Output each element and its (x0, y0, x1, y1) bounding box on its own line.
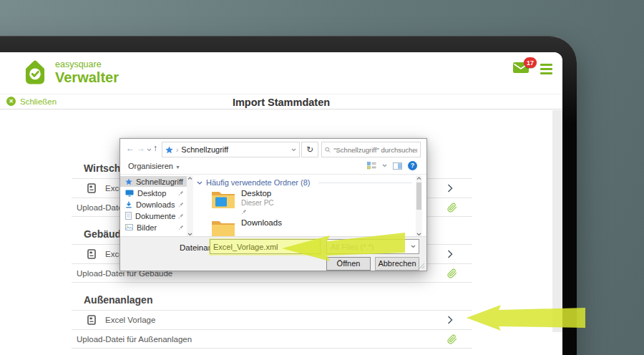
cancel-button[interactable]: Abbrechen (375, 257, 419, 271)
filename-dropdown-icon[interactable] (315, 245, 317, 248)
excel-template-row[interactable]: Excel Vorlage (72, 310, 472, 329)
scroll-up-icon[interactable] (187, 177, 192, 180)
breadcrumb-location: Schnellzugriff (181, 145, 288, 154)
refresh-button[interactable]: ↻ (301, 142, 318, 157)
mail-badge: 17 (524, 57, 537, 68)
resize-grip[interactable] (419, 263, 425, 269)
scrollbar-thumb[interactable] (416, 183, 421, 210)
close-label: Schließen (20, 97, 57, 106)
address-dropdown-icon[interactable] (291, 148, 296, 152)
history-chevron-icon[interactable] (147, 148, 152, 152)
pin-icon (178, 225, 184, 230)
app-window: easysquare Verwalter 17 (0, 52, 562, 355)
dialog-file-list: Häufig verwendete Ordner (8) Desktop Die… (197, 175, 412, 238)
menu-button[interactable] (540, 64, 552, 77)
app-header: easysquare Verwalter 17 (0, 52, 562, 94)
section-aussenanlagen: Außenanlagen Excel Vorlage (72, 294, 472, 349)
monitor-bezel: easysquare Verwalter 17 (0, 36, 577, 355)
search-icon (325, 147, 331, 153)
sidebar-item-schnellzugriff[interactable]: Schnellzugriff (120, 176, 187, 187)
up-icon[interactable]: ↑ (153, 143, 157, 153)
document-icon (87, 183, 96, 193)
pictures-icon (125, 224, 133, 230)
house-check-icon (21, 59, 49, 86)
quick-access-star-icon (125, 178, 132, 185)
subheader-bar: ✕ Schließen Import Stammdaten (0, 94, 562, 110)
back-icon[interactable]: ← (126, 143, 135, 153)
filename-input[interactable] (210, 243, 315, 251)
row-label: Upload-Datei für Außenanlagen (77, 335, 192, 344)
scroll-up-icon[interactable] (416, 177, 421, 180)
paperclip-icon[interactable] (447, 268, 457, 278)
collapse-chevron-icon (197, 181, 203, 185)
row-label: Excel Vorlage (105, 316, 155, 324)
filetype-combobox[interactable]: All Files (*.*) (326, 239, 419, 254)
address-bar[interactable]: › Schnellzugriff (162, 142, 300, 157)
paperclip-icon[interactable] (447, 203, 457, 213)
desktop-background: easysquare Verwalter 17 (0, 0, 644, 355)
pin-icon (178, 190, 184, 196)
file-list-scrollbar[interactable] (416, 175, 422, 238)
chevron-right-icon (447, 250, 453, 258)
folder-item-desktop[interactable]: Desktop Dieser PC (211, 189, 274, 216)
quick-access-star-icon (165, 146, 173, 154)
brand-name: easysquare (55, 60, 119, 69)
filetype-value: All Files (*.*) (327, 243, 411, 251)
document-icon (87, 249, 96, 259)
page-title: Import Stammdaten (233, 97, 330, 108)
view-details-icon[interactable] (367, 162, 376, 170)
file-open-dialog: ← → ↑ › Schnellzugriff ↻ (119, 138, 427, 271)
close-icon: ✕ (6, 97, 16, 106)
sidebar-item-desktop[interactable]: Desktop (120, 188, 187, 198)
documents-icon (125, 212, 132, 220)
section-title: Außenanlagen (72, 294, 472, 310)
sidebar-item-downloads[interactable]: Downloads (120, 199, 187, 210)
filename-combobox[interactable] (210, 239, 321, 254)
chevron-right-icon (447, 184, 453, 193)
download-icon (125, 201, 132, 208)
brand-logo: easysquare Verwalter (21, 59, 119, 86)
pin-icon (178, 202, 184, 208)
folder-desktop-icon (211, 189, 235, 210)
sidebar-item-dokumente[interactable]: Dokumente (120, 210, 187, 221)
folder-group-header[interactable]: Häufig verwendete Ordner (8) (197, 178, 412, 187)
breadcrumb-separator: › (176, 146, 178, 154)
forward-icon[interactable]: → (137, 143, 145, 153)
pin-icon (241, 209, 247, 215)
filetype-dropdown-icon[interactable] (411, 245, 416, 248)
mail-button[interactable]: 17 (513, 62, 529, 76)
preview-pane-icon[interactable] (393, 162, 402, 170)
paperclip-icon[interactable] (447, 334, 457, 344)
open-button[interactable]: Öffnen (326, 257, 371, 271)
sidebar-item-bilder[interactable]: Bilder (120, 222, 187, 233)
dialog-sidebar: Schnellzugriff Desktop (120, 175, 192, 238)
close-button[interactable]: ✕ Schließen (6, 97, 57, 106)
desktop-icon (125, 190, 134, 197)
sidebar-scrollbar[interactable] (187, 175, 193, 238)
organize-menu-button[interactable]: Organisieren ▼ (128, 162, 180, 170)
search-input[interactable] (333, 146, 417, 154)
help-icon[interactable]: ? (408, 161, 417, 170)
page-scrollbar-track[interactable] (552, 110, 562, 332)
pin-icon (178, 213, 184, 219)
product-name: Verwalter (55, 70, 119, 84)
upload-file-row[interactable]: Upload-Datei für Außenanlagen (72, 329, 472, 349)
document-icon (87, 315, 96, 325)
chevron-right-icon (447, 316, 453, 324)
search-box[interactable] (321, 142, 421, 157)
view-dropdown-icon[interactable] (382, 164, 387, 167)
